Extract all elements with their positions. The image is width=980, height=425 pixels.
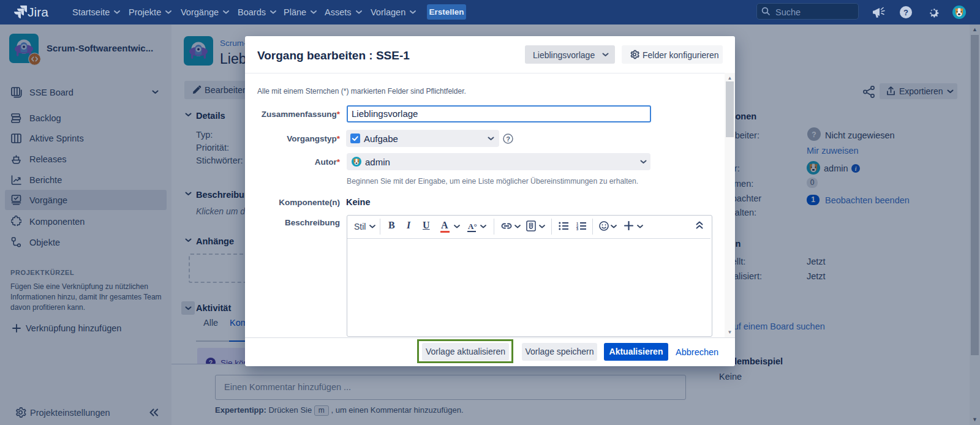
svg-text:?: ? bbox=[506, 135, 510, 143]
svg-text:?: ? bbox=[903, 8, 908, 17]
svg-text:3: 3 bbox=[576, 227, 578, 230]
